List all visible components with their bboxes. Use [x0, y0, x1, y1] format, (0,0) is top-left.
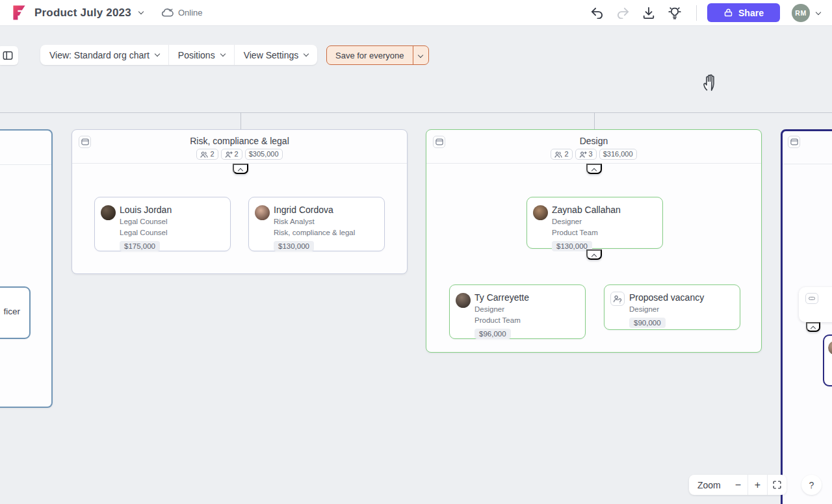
share-button[interactable]: Share — [707, 3, 780, 22]
person-salary: $130,000 — [274, 241, 314, 251]
positions-count-badge: 3 — [575, 149, 597, 160]
share-button-label: Share — [738, 8, 764, 18]
people-icon — [200, 151, 208, 158]
people-count-badge: 2 — [196, 149, 218, 160]
person-team: Product Team — [474, 316, 578, 325]
account-menu-chevron-icon[interactable] — [816, 9, 821, 14]
fullscreen-button[interactable] — [768, 475, 786, 495]
chevron-up-icon — [238, 168, 243, 173]
fullscreen-icon — [772, 480, 782, 490]
group-badges: 2 3 $316,000 — [426, 149, 761, 160]
collapse-children-tab-risk[interactable] — [233, 164, 248, 174]
person-team: Risk, compliance & legal — [274, 228, 378, 238]
open-roles-icon — [225, 151, 233, 158]
zoom-out-button[interactable]: − — [729, 475, 748, 495]
group-header-divider — [0, 164, 51, 165]
panel-icon — [3, 51, 13, 60]
avatar-louis-jordan — [101, 205, 116, 220]
collapse-children-tab-right[interactable] — [806, 322, 820, 332]
avatar-ingrid-cordova — [255, 205, 270, 220]
document-title-chevron-icon[interactable] — [138, 9, 144, 14]
people-icon — [554, 151, 562, 158]
collapse-panel-icon — [790, 138, 798, 145]
group-header-divider — [783, 164, 832, 164]
collapse-children-tab-zaynab[interactable] — [586, 249, 602, 260]
save-options-chevron-button[interactable] — [413, 46, 428, 64]
person-name: Ingrid Cordova — [274, 205, 378, 216]
online-status-label: Online — [178, 8, 203, 18]
chevron-up-icon — [811, 326, 816, 331]
avatar-partial-right — [828, 341, 832, 355]
avatar-zaynab-callahan — [533, 205, 548, 220]
open-roles-icon — [579, 151, 587, 158]
undo-button[interactable] — [587, 3, 606, 23]
vacancy-icon — [610, 292, 625, 306]
functionly-logo-icon — [12, 5, 27, 21]
collapse-children-tab-design[interactable] — [586, 164, 602, 174]
positions-dropdown[interactable]: Positions — [168, 45, 234, 65]
view-toolbar: View: Standard org chart Positions View … — [40, 45, 317, 65]
group-header: Design 2 3 $316,000 — [426, 130, 761, 164]
person-name: Proposed vacancy — [629, 292, 733, 303]
person-team: Legal Counsel — [120, 228, 224, 238]
zoom-in-button[interactable]: + — [748, 475, 767, 495]
user-avatar[interactable]: RM — [792, 4, 810, 22]
document-title[interactable]: Product July 2023 — [34, 6, 131, 19]
person-salary: $175,000 — [120, 241, 160, 251]
chevron-down-icon — [220, 51, 225, 57]
chevron-down-icon — [418, 53, 423, 58]
lock-icon — [723, 8, 733, 18]
group-header: Risk, compliance & legal 2 2 $305 — [72, 130, 407, 164]
person-name: Zaynab Callahan — [552, 205, 656, 216]
open-roles-value: 2 — [235, 150, 239, 158]
chevron-down-icon — [155, 51, 160, 57]
person-card-partial-left[interactable]: ficer — [0, 286, 31, 339]
group-badges: 2 2 $305,000 — [72, 149, 407, 160]
online-status: Online — [161, 8, 203, 18]
collapse-group-button[interactable] — [433, 136, 445, 148]
open-roles-value: 3 — [589, 150, 593, 158]
person-card-ty-carreyette[interactable]: Ty Carreyette Designer Product Team $96,… — [449, 284, 586, 339]
view-settings-dropdown[interactable]: View Settings — [234, 45, 318, 65]
chevron-down-icon — [304, 51, 309, 57]
view-dropdown-label: View: Standard org chart — [49, 50, 150, 60]
person-role: Designer — [629, 305, 733, 314]
connector-drop-risk-group — [240, 112, 241, 130]
avatar-ty-carreyette — [456, 293, 471, 308]
redo-button[interactable] — [613, 3, 632, 23]
group-partial-left[interactable] — [0, 129, 53, 408]
person-card-ingrid-cordova[interactable]: Ingrid Cordova Risk Analyst Risk, compli… — [248, 197, 385, 251]
person-role: Legal Counsel — [120, 217, 224, 227]
person-card-proposed-vacancy[interactable]: Proposed vacancy Designer $90,000 — [604, 284, 740, 330]
chevron-up-icon — [592, 254, 597, 259]
connector-drop-design-group — [594, 112, 595, 130]
ideas-button[interactable] — [665, 3, 684, 23]
collapse-group-button[interactable] — [788, 136, 800, 148]
connector-top-horizontal — [0, 112, 832, 113]
save-for-everyone-button[interactable]: Save for everyone — [327, 46, 413, 64]
help-button[interactable]: ? — [801, 475, 822, 495]
download-icon — [642, 6, 655, 19]
card-partial-collapsed[interactable] — [799, 287, 832, 322]
zoom-label: Zoom — [689, 480, 729, 490]
group-title: Risk, compliance & legal — [72, 136, 407, 146]
person-card-zaynab-callahan[interactable]: Zaynab Callahan Designer Product Team $1… — [526, 197, 663, 249]
person-card-fragment-label: ficer — [3, 307, 20, 316]
person-name: Louis Jordan — [120, 205, 224, 216]
collapse-group-button[interactable] — [79, 136, 91, 148]
person-role: Risk Analyst — [274, 217, 378, 227]
undo-icon — [590, 6, 604, 19]
collapse-panel-icon — [81, 138, 89, 145]
person-card-louis-jordan[interactable]: Louis Jordan Legal Counsel Legal Counsel… — [94, 197, 231, 251]
sidebar-toggle-button[interactable] — [0, 46, 18, 65]
positions-dropdown-label: Positions — [178, 50, 215, 60]
people-count-value: 2 — [210, 150, 214, 158]
redo-icon — [616, 6, 630, 19]
download-button[interactable] — [639, 3, 658, 23]
view-dropdown[interactable]: View: Standard org chart — [40, 45, 168, 65]
person-card-partial-right[interactable] — [823, 334, 832, 386]
person-salary: $96,000 — [474, 329, 511, 339]
top-bar: Product July 2023 Online — [0, 0, 832, 26]
app-window: Product July 2023 Online — [0, 0, 832, 504]
person-role: Designer — [552, 217, 656, 227]
